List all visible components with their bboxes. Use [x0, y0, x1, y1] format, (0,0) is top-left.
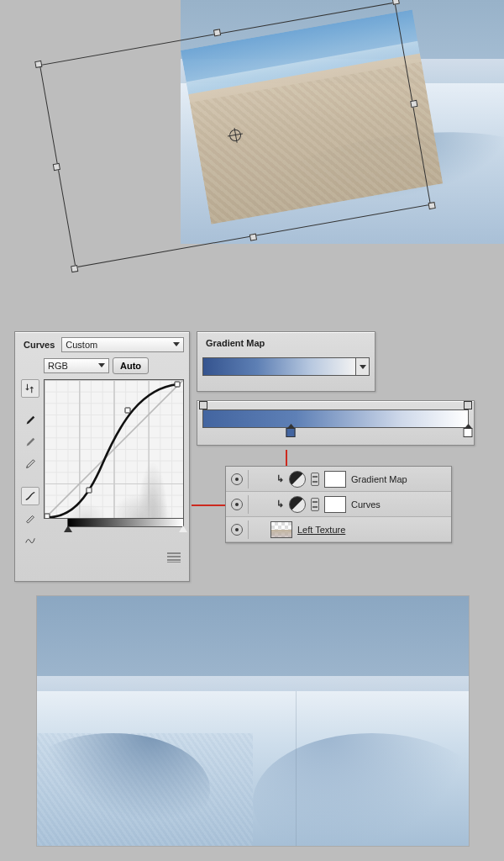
curve-point[interactable] [175, 381, 181, 387]
gray-eyedropper-icon[interactable] [21, 433, 39, 452]
curves-panel: Curves Custom RGB Auto [14, 331, 190, 582]
layer-name[interactable]: Gradient Map [351, 474, 446, 484]
layer-row[interactable]: Left Texture [226, 517, 451, 542]
layer-row[interactable]: ↳ Gradient Map [226, 467, 451, 492]
chevron-down-icon [360, 365, 366, 369]
chevron-down-icon [173, 342, 180, 346]
curve-point[interactable] [86, 488, 92, 494]
transform-handle[interactable] [410, 99, 417, 107]
white-point-slider[interactable] [179, 526, 187, 532]
clipping-indicator-icon: ↳ [276, 499, 284, 510]
curve-point[interactable] [45, 514, 50, 519]
transform-handle[interactable] [53, 162, 60, 170]
mask-link-icon[interactable] [311, 473, 319, 486]
clipping-indicator-icon: ↳ [276, 473, 284, 484]
adjustment-layer-icon [289, 471, 306, 488]
black-point-slider[interactable] [64, 526, 72, 532]
opacity-stop[interactable] [199, 401, 207, 409]
visibility-eye-icon[interactable] [231, 499, 243, 510]
panel-title: Gradient Map [202, 337, 268, 349]
color-stop[interactable] [286, 428, 295, 437]
layer-thumbnail[interactable] [270, 521, 292, 538]
curve-point[interactable] [125, 408, 131, 414]
channel-value: RGB [48, 361, 68, 371]
gradient-map-panel: Gradient Map [197, 331, 375, 392]
gradient-picker-dropdown[interactable] [356, 357, 370, 376]
gradient-editor [197, 400, 475, 446]
curves-tool-strip [20, 379, 40, 549]
layer-mask-thumb[interactable] [324, 496, 346, 513]
layers-panel: ↳ Gradient Map ↳ Curves Left Texture [225, 466, 452, 543]
panel-menu-icon[interactable] [167, 552, 181, 563]
visibility-eye-icon[interactable] [231, 524, 243, 536]
visibility-eye-icon[interactable] [231, 473, 243, 485]
canvas-top [0, 0, 504, 269]
transform-handle[interactable] [71, 265, 78, 272]
curve-path[interactable] [45, 380, 183, 519]
white-eyedropper-icon[interactable] [21, 455, 39, 473]
transform-handle[interactable] [428, 202, 436, 209]
panel-title: Curves [20, 339, 58, 351]
gradient-strip[interactable] [202, 409, 469, 428]
channel-dropdown[interactable]: RGB [44, 358, 109, 373]
color-stop[interactable] [464, 428, 473, 437]
layer-name[interactable]: Curves [351, 499, 446, 510]
auto-button[interactable]: Auto [113, 357, 149, 374]
transform-handle[interactable] [213, 29, 221, 36]
layer-name[interactable]: Left Texture [297, 525, 446, 535]
smooth-icon[interactable] [21, 531, 39, 549]
curves-preset-value: Custom [66, 340, 97, 350]
opacity-stop[interactable] [464, 401, 472, 409]
pencil-mode-icon[interactable] [21, 509, 39, 527]
transform-handle[interactable] [249, 233, 257, 240]
black-eyedropper-icon[interactable] [21, 411, 39, 430]
transform-handle[interactable] [34, 61, 42, 68]
layer-row[interactable]: ↳ Curves [226, 492, 451, 517]
curves-preset-dropdown[interactable]: Custom [61, 337, 184, 352]
input-levels-ramp[interactable] [67, 519, 184, 527]
curves-graph[interactable] [44, 379, 184, 519]
curve-mode-icon[interactable] [21, 487, 39, 505]
on-image-adjust-icon[interactable] [21, 379, 39, 398]
chevron-down-icon [98, 363, 105, 367]
gradient-swatch[interactable] [202, 357, 356, 376]
mask-link-icon[interactable] [311, 498, 319, 511]
layer-mask-thumb[interactable] [324, 471, 346, 488]
result-image [37, 596, 469, 846]
adjustment-layer-icon [289, 496, 306, 513]
